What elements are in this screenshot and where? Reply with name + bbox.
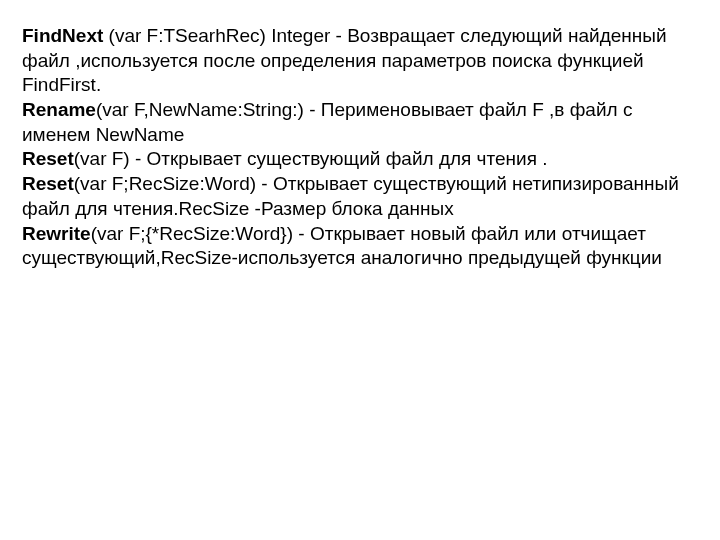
func-name: FindNext bbox=[22, 25, 103, 46]
func-desc: (var F,NewName:String:) - Перименовывает… bbox=[22, 99, 632, 145]
func-entry: Reset(var F;RecSize:Word) - Открывает су… bbox=[22, 172, 702, 221]
document-body: FindNext (var F:TSearhRec) Integer - Воз… bbox=[0, 0, 720, 271]
func-desc: (var F:TSearhRec) Integer - Возвращает с… bbox=[22, 25, 667, 95]
func-desc: (var F) - Открывает существующий файл дл… bbox=[74, 148, 548, 169]
func-name: Rewrite bbox=[22, 223, 91, 244]
func-entry: Rewrite(var F;{*RecSize:Word}) - Открыва… bbox=[22, 222, 702, 271]
func-entry: Reset(var F) - Открывает существующий фа… bbox=[22, 147, 702, 172]
func-name: Rename bbox=[22, 99, 96, 120]
func-entry: FindNext (var F:TSearhRec) Integer - Воз… bbox=[22, 24, 702, 98]
func-entry: Rename(var F,NewName:String:) - Перимено… bbox=[22, 98, 702, 147]
func-name: Reset bbox=[22, 173, 74, 194]
func-name: Reset bbox=[22, 148, 74, 169]
func-desc: (var F;{*RecSize:Word}) - Открывает новы… bbox=[22, 223, 662, 269]
func-desc: (var F;RecSize:Word) - Открывает существ… bbox=[22, 173, 679, 219]
